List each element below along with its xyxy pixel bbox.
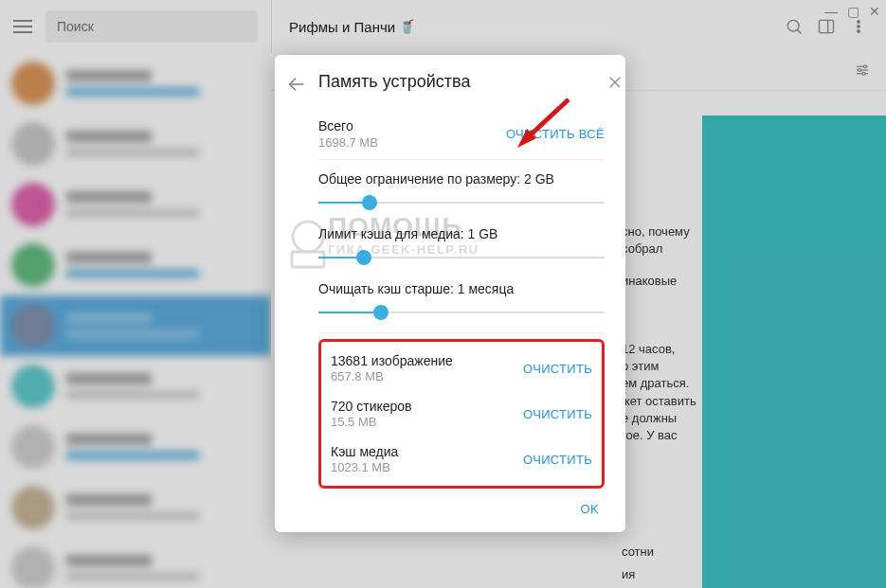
clear-button[interactable]: ОЧИСТИТЬ	[523, 453, 592, 467]
modal-title: Память устройства	[318, 72, 605, 92]
media-cache-slider[interactable]	[318, 251, 605, 264]
clear-all-button[interactable]: ОЧИСТИТЬ ВСЁ	[506, 127, 605, 141]
size-limit-slider[interactable]	[318, 196, 605, 209]
back-button[interactable]	[275, 55, 318, 532]
total-row: Всего 1698.7 MB ОЧИСТИТЬ ВСЁ	[318, 109, 605, 160]
total-label: Всего	[318, 118, 378, 134]
clear-button[interactable]: ОЧИСТИТЬ	[523, 407, 592, 421]
size-limit-row: Общее ограничение по размеру: 2 GB	[318, 160, 605, 215]
cache-items-highlight: 13681 изображение 657.8 MB ОЧИСТИТЬ 720 …	[318, 339, 605, 489]
cache-age-row: Очищать кэш старше: 1 месяца	[318, 270, 605, 333]
cache-item-row: Кэш медиа 1023.1 MB ОЧИСТИТЬ	[327, 437, 596, 482]
close-button[interactable]	[603, 70, 627, 95]
cache-item-size: 15.5 MB	[331, 415, 412, 429]
clear-button[interactable]: ОЧИСТИТЬ	[523, 362, 592, 376]
cache-item-row: 720 стикеров 15.5 MB ОЧИСТИТЬ	[327, 391, 596, 437]
size-limit-label: Общее ограничение по размеру: 2 GB	[318, 171, 605, 187]
storage-modal: Память устройства Всего 1698.7 MB ОЧИСТИ…	[275, 55, 625, 532]
cache-item-row: 13681 изображение 657.8 MB ОЧИСТИТЬ	[327, 346, 596, 391]
cache-age-slider[interactable]	[318, 306, 605, 319]
cache-age-label: Очищать кэш старше: 1 месяца	[318, 281, 605, 296]
total-value: 1698.7 MB	[318, 135, 378, 150]
ok-button[interactable]: OK	[581, 502, 599, 516]
cache-item-size: 657.8 MB	[331, 369, 453, 383]
media-cache-label: Лимит кэша для медиа: 1 GB	[318, 226, 605, 241]
cache-item-title: 720 стикеров	[331, 399, 412, 414]
media-cache-row: Лимит кэша для медиа: 1 GB	[318, 215, 605, 270]
cache-item-size: 1023.1 MB	[331, 460, 398, 474]
cache-item-title: 13681 изображение	[331, 353, 453, 368]
cache-item-title: Кэш медиа	[331, 444, 398, 459]
